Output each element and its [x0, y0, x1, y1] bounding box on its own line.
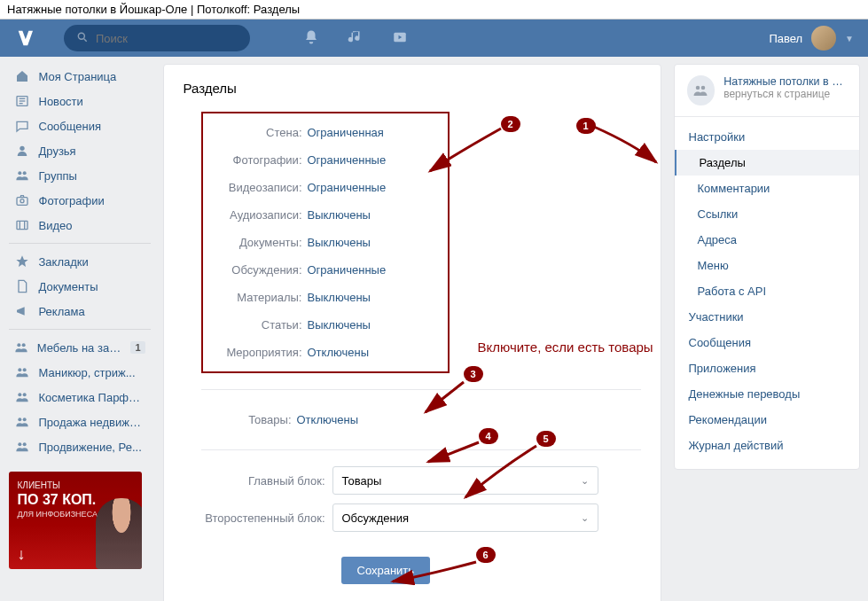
right-nav-members[interactable]: Участники	[675, 304, 859, 330]
left-nav: Моя Страница Новости Сообщения Друзья Гр…	[9, 64, 151, 569]
nav-photos[interactable]: Фотографии	[9, 188, 151, 213]
select-products[interactable]: Отключены	[297, 413, 358, 426]
svg-point-8	[18, 171, 21, 175]
groups-icon	[14, 389, 30, 405]
select-photos[interactable]: Ограниченные	[308, 153, 387, 167]
groups-icon	[14, 414, 30, 430]
row-wall: Стена:Ограниченная	[212, 119, 439, 146]
nav-group-3[interactable]: Косметика Парфю...	[9, 385, 151, 410]
right-nav-messages[interactable]: Сообщения	[675, 330, 859, 355]
row-materials: Материалы:Выключены	[212, 284, 439, 311]
select-audio[interactable]: Выключены	[308, 208, 371, 222]
svg-point-15	[17, 343, 20, 347]
select-articles[interactable]: Выключены	[308, 318, 371, 332]
svg-point-0	[78, 33, 84, 39]
annotation-hint: Включите, если есть товары	[478, 340, 653, 356]
video-play-icon[interactable]	[392, 29, 408, 48]
select-videos[interactable]: Ограниченные	[308, 181, 387, 194]
row-photos: Фотографии:Ограниченные	[212, 146, 439, 174]
select-secondary-block[interactable]: Обсуждения ⌄	[332, 503, 598, 532]
svg-point-25	[696, 86, 700, 90]
nav-groups[interactable]: Группы	[9, 163, 151, 188]
nav-group-2[interactable]: Маникюр, стриж...	[9, 360, 151, 385]
music-icon[interactable]	[348, 29, 364, 48]
notifications-icon[interactable]	[303, 29, 319, 48]
chevron-down-icon: ▼	[845, 34, 854, 43]
header-profile[interactable]: Павел ▼	[769, 26, 854, 51]
svg-point-18	[22, 368, 26, 371]
svg-point-26	[701, 86, 706, 90]
search-box[interactable]	[64, 25, 250, 51]
film-icon	[14, 217, 30, 233]
row-videos: Видеозаписи:Ограниченные	[212, 174, 439, 201]
chevron-down-icon: ⌄	[581, 475, 589, 487]
svg-point-17	[18, 368, 21, 371]
select-events[interactable]: Отключены	[308, 346, 369, 359]
select-docs[interactable]: Выключены	[308, 236, 371, 249]
header-icons	[303, 29, 408, 48]
group-subtitle: вернуться к странице	[723, 88, 846, 100]
groups-icon	[14, 439, 30, 455]
nav-messages[interactable]: Сообщения	[9, 113, 151, 138]
badge: 1	[130, 341, 145, 354]
group-header[interactable]: Натяжные потолки в Йо... вернуться к стр…	[675, 75, 859, 117]
header-bar: Павел ▼	[0, 20, 868, 57]
svg-line-1	[84, 38, 87, 41]
select-materials[interactable]: Выключены	[308, 291, 371, 304]
browser-tab-title: Натяжные потолки в Йошкар-Оле | Потолкоf…	[0, 0, 868, 20]
annotation-bubble-2: 2	[501, 116, 520, 132]
home-icon	[14, 68, 30, 84]
search-icon	[76, 31, 89, 46]
svg-point-19	[18, 393, 21, 396]
sections-group: Стена:Ограниченная Фотографии:Ограниченн…	[201, 112, 450, 373]
right-nav-links[interactable]: Ссылки	[675, 201, 859, 227]
right-nav-addresses[interactable]: Адреса	[675, 227, 859, 253]
vk-logo[interactable]	[14, 26, 39, 51]
groups-icon	[14, 168, 30, 183]
row-articles: Статьи:Выключены	[212, 311, 439, 339]
groups-icon	[14, 340, 28, 355]
nav-news[interactable]: Новости	[9, 89, 151, 113]
right-nav-apps[interactable]: Приложения	[675, 355, 859, 381]
select-wall[interactable]: Ограниченная	[308, 126, 384, 139]
doc-icon	[14, 278, 30, 294]
nav-group-5[interactable]: Продвижение, Ре...	[9, 434, 151, 459]
page-title: Разделы	[184, 81, 641, 96]
right-nav-sections[interactable]: Разделы	[675, 150, 859, 176]
nav-my-page[interactable]: Моя Страница	[9, 64, 151, 89]
search-input[interactable]	[96, 32, 238, 45]
row-events: Мероприятия:Отключены	[212, 339, 439, 366]
right-nav-settings[interactable]: Настройки	[675, 124, 859, 150]
svg-rect-10	[17, 198, 27, 206]
nav-video[interactable]: Видео	[9, 213, 151, 238]
svg-point-23	[18, 442, 21, 446]
svg-point-7	[20, 146, 24, 151]
row-discussions: Обсуждения:Ограниченные	[212, 256, 439, 284]
sidebar-ad[interactable]: КЛИЕНТЫ ПО 37 КОП. ДЛЯ ИНФОБИЗНЕСА ↓	[9, 472, 142, 569]
news-icon	[14, 93, 30, 109]
nav-friends[interactable]: Друзья	[9, 138, 151, 163]
nav-group-1[interactable]: Мебель на зака...1	[9, 335, 151, 360]
right-nav-money[interactable]: Денежные переводы	[675, 381, 859, 407]
message-icon	[14, 118, 30, 134]
svg-point-9	[22, 171, 26, 175]
annotation-bubble-6: 6	[476, 547, 496, 563]
right-nav-api[interactable]: Работа с API	[675, 278, 859, 304]
right-nav-recs[interactable]: Рекомендации	[675, 407, 859, 433]
user-name: Павел	[769, 32, 802, 45]
right-nav-menu[interactable]: Меню	[675, 253, 859, 278]
right-nav-comments[interactable]: Комментарии	[675, 176, 859, 201]
save-button[interactable]: Сохранить	[341, 557, 431, 584]
nav-ads[interactable]: Реклама	[9, 299, 151, 324]
right-nav-log[interactable]: Журнал действий	[675, 433, 859, 458]
camera-icon	[14, 192, 30, 208]
select-main-block[interactable]: Товары ⌄	[332, 466, 598, 495]
nav-documents[interactable]: Документы	[9, 274, 151, 299]
main-panel: Разделы Стена:Ограниченная Фотографии:Ог…	[163, 64, 661, 601]
select-discussions[interactable]: Ограниченные	[308, 263, 387, 277]
row-main-block: Главный блок: Товары ⌄	[201, 466, 641, 495]
megaphone-icon	[14, 303, 30, 319]
nav-bookmarks[interactable]: Закладки	[9, 249, 151, 274]
annotation-bubble-1: 1	[576, 118, 596, 134]
nav-group-4[interactable]: Продажа недвижи...	[9, 410, 151, 434]
